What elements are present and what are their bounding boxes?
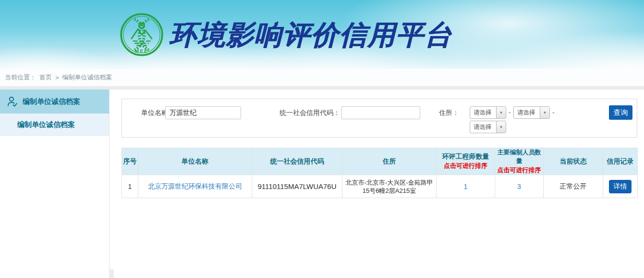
city-select[interactable]: 请选择 ▼ (513, 106, 550, 119)
select-separator: - (552, 106, 555, 119)
breadcrumb: 当前位置： 首页 > 编制单位诚信档案 (0, 69, 644, 86)
credit-code-input[interactable] (341, 106, 420, 119)
address-label: 住所： (439, 106, 459, 119)
chevron-down-icon: ▼ (496, 121, 506, 133)
col-index: 序号 (122, 148, 138, 175)
results-table: 序号 单位名称 统一社会信用代码 住所 环评工程师数量 点击可进行排序 主要编制… (122, 148, 638, 198)
sort-hint: 点击可进行排序 (496, 166, 543, 175)
unit-name-input[interactable] (165, 106, 241, 119)
person-check-icon (6, 95, 18, 108)
sidebar-item-label: 编制单位诚信档案 (23, 97, 80, 106)
col-unit-name: 单位名称 (138, 148, 252, 175)
city-select-value: 请选择 (514, 107, 540, 118)
breadcrumb-current: 编制单位诚信档案 (62, 73, 112, 82)
unit-name-link[interactable]: 北京万源世纪环保科技有限公司 (148, 182, 242, 190)
page: MEE 环境影响评价信用平台 当前位置： 首页 > 编制单位诚信档案 编制单位诚… (0, 0, 644, 278)
sidebar: 编制单位诚信档案 编制单位诚信档案 (0, 89, 109, 278)
select-separator: - (509, 106, 511, 119)
sidebar-divider (109, 89, 109, 278)
scrollbar-thumb[interactable] (109, 269, 114, 278)
mee-logo-text: MEE (135, 48, 148, 53)
credit-code-label: 统一社会信用代码： (273, 106, 340, 119)
col-staff-count-label: 主要编制人员数量 (498, 149, 541, 164)
col-engineer-count-sortable[interactable]: 环评工程师数量 点击可进行排序 (437, 148, 495, 175)
sidebar-item-unit-credit-archive[interactable]: 编制单位诚信档案 (0, 89, 109, 114)
results-table-wrap: 序号 单位名称 统一社会信用代码 住所 环评工程师数量 点击可进行排序 主要编制… (122, 148, 637, 198)
col-credit-code: 统一社会信用代码 (252, 148, 342, 175)
breadcrumb-home-link[interactable]: 首页 (39, 73, 52, 82)
sidebar-subitem-unit-credit-archive[interactable]: 编制单位诚信档案 (0, 114, 109, 136)
table-row: 1 北京万源世纪环保科技有限公司 91110115MA7LWUA76U 北京市-… (122, 175, 638, 198)
district-select[interactable]: 请选择 ▼ (470, 121, 506, 133)
site-banner: MEE 环境影响评价信用平台 (0, 0, 644, 69)
col-status: 当前状态 (544, 148, 603, 175)
engineer-count-link[interactable]: 1 (464, 183, 468, 190)
breadcrumb-separator: > (55, 74, 59, 81)
search-panel: 单位名称： 统一社会信用代码： 住所： 请选择 ▼ - 请选择 ▼ - 请选择 … (122, 99, 637, 138)
breadcrumb-prefix: 当前位置： (5, 73, 36, 82)
chevron-down-icon: ▼ (540, 107, 549, 118)
header-divider (0, 86, 644, 89)
site-title: 环境影响评价信用平台 (169, 13, 452, 57)
cell-credit-record: 详情 (603, 175, 638, 198)
cell-index: 1 (122, 175, 138, 198)
sidebar-subitem-label: 编制单位诚信档案 (17, 120, 75, 129)
province-select-value: 请选择 (470, 107, 496, 118)
detail-button[interactable]: 详情 (609, 180, 632, 193)
col-address: 住所 (342, 148, 437, 175)
cell-staff-count: 3 (495, 175, 544, 198)
col-engineer-count-label: 环评工程师数量 (442, 152, 489, 160)
table-header-row: 序号 单位名称 统一社会信用代码 住所 环评工程师数量 点击可进行排序 主要编制… (122, 148, 638, 175)
staff-count-link[interactable]: 3 (517, 183, 521, 190)
breadcrumb-bar: 当前位置： 首页 > 编制单位诚信档案 (0, 69, 644, 86)
cell-credit-code: 91110115MA7LWUA76U (252, 175, 342, 198)
cell-engineer-count: 1 (437, 175, 495, 198)
chevron-down-icon: ▼ (496, 107, 506, 118)
sort-hint: 点击可进行排序 (437, 162, 494, 170)
query-button[interactable]: 查询 (609, 105, 632, 120)
mee-logo-icon: MEE (120, 13, 164, 57)
district-select-value: 请选择 (470, 121, 496, 133)
col-credit-record: 信用记录 (603, 148, 638, 175)
cell-unit-name: 北京万源世纪环保科技有限公司 (138, 175, 252, 198)
cell-status: 正常公开 (544, 175, 603, 198)
cell-address: 北京市-北京市-大兴区-金苑路甲15号6幢2层A215室 (342, 175, 437, 198)
province-select[interactable]: 请选择 ▼ (470, 106, 506, 119)
col-staff-count-sortable[interactable]: 主要编制人员数量 点击可进行排序 (495, 148, 544, 175)
